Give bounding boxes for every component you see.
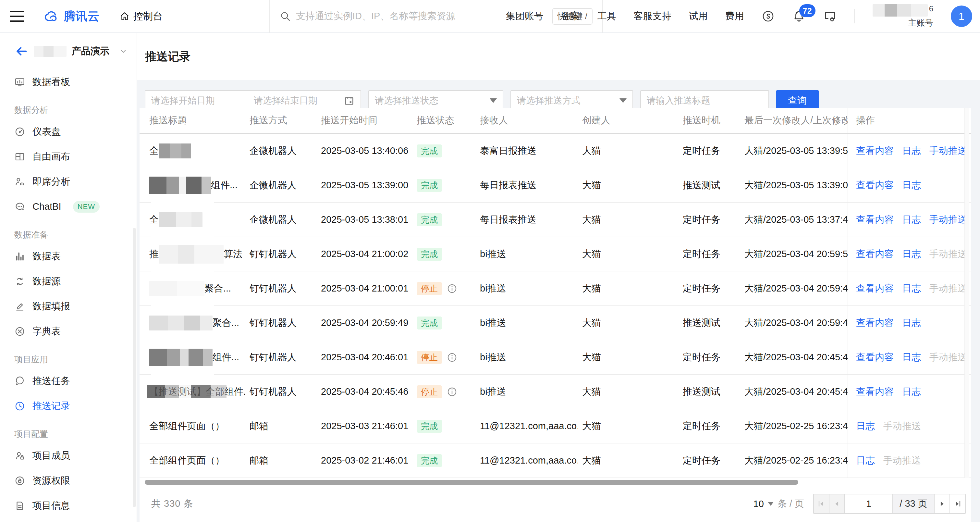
current-page-input[interactable]: 1 bbox=[844, 494, 893, 514]
sidebar-scrollbar[interactable] bbox=[133, 228, 136, 507]
info-icon[interactable] bbox=[447, 352, 458, 363]
sidebar-item-permission[interactable]: 资源权限 bbox=[0, 468, 137, 493]
sidebar-item-pushlog[interactable]: 推送记录 bbox=[0, 393, 137, 419]
cell-push-method: 钉钉机器人 bbox=[245, 351, 317, 364]
action-link[interactable]: 日志 bbox=[902, 248, 921, 261]
cell-receiver: 每日报表推送 bbox=[476, 213, 578, 226]
sidebar-item-pushtask[interactable]: 推送任务 bbox=[0, 368, 137, 393]
sidebar-item-gauge[interactable]: 仪表盘 bbox=[0, 119, 137, 144]
action-link[interactable]: 日志 bbox=[902, 351, 921, 364]
sidebar-item-projectinfo[interactable]: 项目信息 bbox=[0, 493, 137, 518]
action-link[interactable]: 日志 bbox=[902, 145, 921, 158]
action-link[interactable]: 日志 bbox=[902, 385, 921, 398]
cell-last-modified: 大猫/2025-03-04 20:45:46 bbox=[740, 351, 848, 364]
brand-logo[interactable]: 腾讯云 bbox=[43, 8, 100, 24]
info-icon[interactable] bbox=[447, 283, 458, 294]
action-link[interactable]: 日志 bbox=[856, 420, 875, 433]
action-link[interactable]: 查看内容 bbox=[856, 351, 894, 364]
column-header-7: 最后一次修改人/上次修改时间 bbox=[740, 114, 848, 127]
sidebar-item-members[interactable]: 项目成员 bbox=[0, 443, 137, 468]
action-link: 手动推送 bbox=[929, 351, 967, 364]
action-link[interactable]: 查看内容 bbox=[856, 179, 894, 192]
column-header-5: 创建人 bbox=[578, 114, 678, 127]
cell-operations: 查看内容日志 bbox=[848, 375, 971, 409]
nav-menu-item-4[interactable]: 试用 bbox=[689, 10, 708, 23]
action-link[interactable]: 日志 bbox=[902, 179, 921, 192]
cell-receiver: 11@12321.com,aaa.co... bbox=[476, 455, 578, 466]
column-header-0: 推送标题 bbox=[140, 114, 245, 127]
notification-bell-icon[interactable]: 72 bbox=[792, 10, 806, 23]
action-link[interactable]: 手动推送 bbox=[929, 213, 967, 226]
search-icon bbox=[280, 11, 291, 22]
cell-push-status: 完成 bbox=[412, 145, 476, 158]
workspace-icon[interactable] bbox=[762, 10, 775, 23]
sidebar-item-adhoc[interactable]: 即席分析 bbox=[0, 169, 137, 194]
avatar[interactable]: 1 bbox=[951, 6, 972, 27]
first-page-button[interactable] bbox=[813, 494, 829, 514]
cloud-logo-icon bbox=[43, 10, 60, 22]
projectinfo-icon bbox=[14, 500, 25, 511]
status-badge: 完成 bbox=[417, 248, 442, 261]
sidebar-item-label: 项目信息 bbox=[32, 499, 70, 512]
nav-menu-item-1[interactable]: 备案 bbox=[561, 10, 580, 23]
cell-push-timing: 定时任务 bbox=[678, 282, 740, 295]
sidebar-item-canvas[interactable]: 自由画布 bbox=[0, 144, 137, 169]
action-link[interactable]: 手动推送 bbox=[929, 145, 967, 158]
cell-receiver: bi推送 bbox=[476, 385, 578, 398]
nav-menu-item-2[interactable]: 工具 bbox=[597, 10, 616, 23]
back-arrow-icon[interactable] bbox=[14, 45, 29, 57]
push-status-placeholder: 请选择推送状态 bbox=[375, 94, 438, 107]
nav-menu-item-5[interactable]: 费用 bbox=[725, 10, 744, 23]
cell-operations: 日志手动推送 bbox=[848, 409, 971, 443]
page-header: 推送记录 bbox=[137, 33, 980, 80]
sidebar-item-dictionary[interactable]: 字典表 bbox=[0, 319, 137, 344]
cell-start-time: 2025-03-05 13:39:00 bbox=[317, 180, 412, 191]
action-link[interactable]: 查看内容 bbox=[856, 317, 894, 329]
console-link[interactable]: 控制台 bbox=[119, 10, 162, 23]
table-vertical-scrollbar[interactable] bbox=[964, 108, 969, 478]
title-mosaic-redaction bbox=[159, 212, 202, 227]
table-row: 聚合...钉钉机器人2025-03-04 20:59:49完成bi推送大猫推送测… bbox=[140, 306, 971, 340]
sidebar-item-formfill[interactable]: 数据填报 bbox=[0, 294, 137, 319]
cell-push-method: 邮箱 bbox=[245, 420, 317, 433]
action-link[interactable]: 查看内容 bbox=[856, 145, 894, 158]
page-size-select[interactable]: 10 条 / 页 bbox=[754, 497, 804, 510]
hamburger-menu-icon[interactable] bbox=[10, 11, 24, 22]
cell-start-time: 2025-03-02 21:46:01 bbox=[317, 455, 412, 466]
sidebar: 产品演示 数据看板数据分析仪表盘自由画布即席分析ChatBINEW数据准备数据表… bbox=[0, 33, 137, 522]
chevron-down-icon[interactable] bbox=[119, 47, 127, 56]
action-link[interactable]: 日志 bbox=[902, 213, 921, 226]
info-icon[interactable] bbox=[447, 386, 458, 397]
cell-last-modified: 大猫/2025-02-25 16:23:49 bbox=[740, 454, 848, 467]
sidebar-item-chatbi[interactable]: ChatBINEW bbox=[0, 194, 137, 219]
last-page-button[interactable] bbox=[950, 494, 966, 514]
action-link[interactable]: 日志 bbox=[902, 317, 921, 329]
sidebar-group-title: 数据分析 bbox=[0, 99, 137, 119]
action-link[interactable]: 日志 bbox=[856, 454, 875, 467]
account-info[interactable]: 6 主账号 bbox=[873, 4, 933, 29]
cell-push-title: 聚合... bbox=[140, 281, 245, 296]
console-settings-icon[interactable] bbox=[823, 10, 837, 23]
cell-push-title: 组件... bbox=[140, 177, 245, 194]
sidebar-item-dashboard[interactable]: 数据看板 bbox=[0, 70, 137, 94]
cell-receiver: 每日报表推送 bbox=[476, 179, 578, 192]
sidebar-item-datasource[interactable]: 数据源 bbox=[0, 269, 137, 294]
action-link[interactable]: 查看内容 bbox=[856, 282, 894, 295]
nav-menu-item-3[interactable]: 客服支持 bbox=[634, 10, 671, 23]
column-header-6: 推送时机 bbox=[678, 114, 740, 127]
action-link[interactable]: 查看内容 bbox=[856, 248, 894, 261]
action-link[interactable]: 日志 bbox=[902, 282, 921, 295]
title-text-suffix: 聚合... bbox=[204, 282, 231, 295]
cell-push-timing: 定时任务 bbox=[678, 145, 740, 158]
sidebar-item-datatable[interactable]: 数据表 bbox=[0, 244, 137, 269]
dropdown-caret-icon bbox=[768, 502, 774, 506]
page-size-unit: 条 / 页 bbox=[778, 497, 804, 510]
next-page-button[interactable] bbox=[934, 494, 950, 514]
push-title-placeholder: 请输入推送标题 bbox=[647, 94, 710, 107]
prev-page-button[interactable] bbox=[829, 494, 845, 514]
cell-start-time: 2025-03-04 20:46:01 bbox=[317, 352, 412, 363]
nav-menu-item-0[interactable]: 集团账号 bbox=[506, 10, 544, 23]
action-link[interactable]: 查看内容 bbox=[856, 385, 894, 398]
action-link[interactable]: 查看内容 bbox=[856, 213, 894, 226]
table-horizontal-scrollbar[interactable] bbox=[145, 480, 798, 485]
